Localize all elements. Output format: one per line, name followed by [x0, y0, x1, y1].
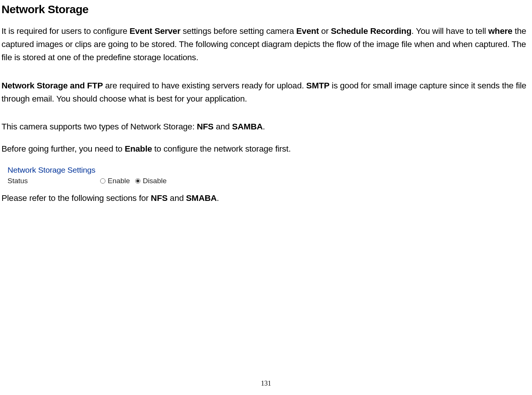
status-row: Status Enable Disable: [8, 177, 530, 185]
intro-paragraph-1: It is required for users to configure Ev…: [2, 25, 530, 64]
bold-nfs: NFS: [197, 122, 213, 131]
bold-smtp: SMTP: [306, 81, 329, 90]
enable-radio[interactable]: [100, 178, 105, 184]
bold-samba: SAMBA: [232, 122, 263, 131]
text: Please refer to the following sections f…: [2, 193, 151, 203]
intro-paragraph-2: Network Storage and FTP are required to …: [2, 79, 530, 106]
text: to configure the network storage first.: [152, 144, 291, 153]
text: settings before setting camera: [180, 26, 296, 36]
text: Before going further, you need to: [2, 144, 125, 153]
text: are required to have existing servers re…: [103, 81, 306, 90]
bold-network-storage-ftp: Network Storage and FTP: [2, 81, 103, 90]
bold-enable: Enable: [125, 144, 152, 153]
bold-event-server: Event Server: [130, 26, 180, 36]
text: and: [168, 193, 186, 203]
text: . You will have to tell: [412, 26, 488, 36]
bold-smaba: SMABA: [186, 193, 217, 203]
text: or: [319, 26, 331, 36]
text: .: [263, 122, 265, 131]
supported-types-paragraph: This camera supports two types of Networ…: [2, 120, 530, 134]
text: This camera supports two types of Networ…: [2, 122, 197, 131]
status-radio-group: Enable Disable: [100, 177, 171, 185]
bold-nfs-2: NFS: [151, 193, 168, 203]
disable-radio-label: Disable: [143, 177, 166, 185]
panel-heading: Network Storage Settings: [8, 166, 530, 175]
text: and: [213, 122, 232, 131]
bold-event: Event: [296, 26, 319, 36]
bold-where: where: [488, 26, 512, 36]
bold-schedule-recording: Schedule Recording: [331, 26, 412, 36]
text: .: [217, 193, 219, 203]
enable-paragraph: Before going further, you need to Enable…: [2, 143, 530, 156]
enable-radio-label: Enable: [108, 177, 130, 185]
text: It is required for users to configure: [2, 26, 130, 36]
settings-screenshot: Network Storage Settings Status Enable D…: [8, 166, 530, 185]
page-number: 131: [0, 380, 532, 387]
status-label: Status: [8, 177, 100, 185]
refer-paragraph: Please refer to the following sections f…: [2, 192, 530, 205]
page-title: Network Storage: [2, 3, 530, 16]
disable-radio[interactable]: [135, 178, 140, 184]
